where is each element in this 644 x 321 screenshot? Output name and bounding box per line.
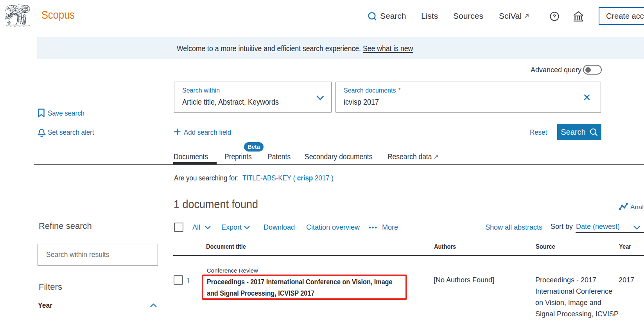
tab-preprints[interactable]: Preprints	[224, 152, 252, 161]
row-authors: [No Authors Found]	[434, 276, 494, 284]
welcome-banner-text: Welcome to a more intuitive and efficien…	[177, 44, 413, 53]
scopus-wordmark[interactable]: Scopus	[41, 9, 75, 21]
toggle-knob	[585, 67, 591, 73]
search-within-results-input[interactable]	[38, 244, 158, 266]
chevron-down-icon[interactable]	[316, 95, 324, 100]
results-count-heading: 1 document found	[174, 198, 258, 211]
search-suggestion: Are you searching for: TITLE-ABS-KEY ( c…	[174, 174, 334, 182]
search-button[interactable]: Search	[557, 124, 601, 140]
more-dots-icon: •••	[369, 224, 378, 231]
nav-sources[interactable]: Sources	[453, 12, 483, 20]
suggestion-prefix: Are you searching for:	[174, 174, 239, 182]
search-icon	[368, 12, 377, 21]
export-dropdown[interactable]: Export	[221, 223, 242, 232]
search-documents-value[interactable]: icvisp 2017	[344, 98, 379, 107]
save-search-link[interactable]: Save search	[48, 109, 84, 118]
row-year: 2017	[619, 276, 634, 284]
help-icon[interactable]: ?	[550, 12, 559, 21]
citation-overview-link[interactable]: Citation overview	[306, 223, 360, 232]
row-index: 1	[186, 276, 190, 285]
filters-heading: Filters	[39, 282, 62, 292]
suggestion-query-close: 2017 )	[315, 174, 334, 182]
tab-secondary-documents[interactable]: Secondary documents	[305, 152, 372, 161]
tab-research-data[interactable]: Research data	[387, 152, 438, 161]
external-link-icon	[524, 14, 529, 19]
create-account-button[interactable]: Create account	[599, 7, 644, 25]
advanced-query-toggle[interactable]	[583, 65, 602, 75]
bookmark-icon	[38, 109, 45, 118]
set-search-alert-link[interactable]: Set search alert	[48, 128, 94, 137]
external-link-icon	[434, 154, 438, 159]
year-filter-label: Year	[38, 301, 52, 310]
sort-by-label: Sort by	[551, 223, 573, 231]
suggestion-term: crisp	[297, 174, 313, 182]
refine-search-heading: Refine search	[39, 221, 92, 231]
chevron-down-icon[interactable]	[205, 226, 211, 229]
chevron-up-icon[interactable]	[150, 303, 157, 307]
clear-search-icon[interactable]	[584, 94, 590, 100]
svg-text:?: ?	[553, 13, 556, 20]
sort-value-dropdown[interactable]: Date (newest)	[576, 223, 620, 231]
search-documents-label-text: Search documents	[344, 87, 396, 94]
select-all-checkbox[interactable]	[174, 223, 183, 232]
institution-icon[interactable]	[574, 11, 583, 21]
chevron-down-icon[interactable]	[244, 226, 250, 229]
column-header-authors: Authors	[434, 243, 456, 250]
sort-underline	[576, 232, 644, 233]
table-header-divider	[173, 255, 644, 256]
search-button-icon	[590, 128, 598, 136]
annotation-highlight-box	[202, 275, 407, 300]
required-asterisk: *	[398, 87, 400, 94]
more-link[interactable]: More	[382, 223, 398, 232]
analyze-results-link[interactable]: Analyze results	[630, 203, 644, 211]
search-within-value: Article title, Abstract, Keywords	[182, 98, 279, 107]
analyze-results-icon	[619, 203, 628, 210]
nav-scival-label: SciVal	[499, 11, 522, 20]
tab-patents[interactable]: Patents	[267, 152, 291, 161]
plus-icon	[174, 128, 181, 135]
chevron-down-icon[interactable]	[633, 226, 640, 230]
tabs-divider	[34, 164, 644, 165]
document-type-label: Conference Review	[207, 267, 258, 274]
select-all-dropdown[interactable]: All	[192, 223, 200, 232]
suggestion-query-link[interactable]: TITLE-ABS-KEY ( crisp 2017 )	[240, 174, 334, 182]
tab-research-data-label: Research data	[387, 152, 432, 161]
bell-icon	[37, 128, 46, 137]
elsevier-tree-logo	[5, 4, 31, 27]
search-within-select[interactable]: Search within Article title, Abstract, K…	[174, 82, 332, 113]
row-checkbox[interactable]	[174, 275, 183, 285]
nav-search[interactable]: Search	[380, 12, 406, 20]
column-header-year: Year	[619, 243, 631, 250]
search-within-label: Search within	[182, 87, 220, 94]
welcome-message: Welcome to a more intuitive and efficien…	[177, 44, 361, 53]
reset-link[interactable]: Reset	[530, 128, 547, 137]
add-search-field-link[interactable]: Add search field	[184, 128, 231, 137]
search-documents-field[interactable]: Search documents* icvisp 2017	[335, 82, 601, 113]
row-source[interactable]: Proceedings - 2017 International Confere…	[535, 275, 619, 320]
suggestion-query-open: TITLE-ABS-KEY (	[242, 174, 295, 182]
tree-foliage	[6, 5, 29, 19]
nav-scival[interactable]: SciVal	[499, 12, 529, 20]
beta-badge: Beta	[244, 142, 264, 152]
search-button-label: Search	[561, 128, 585, 137]
search-documents-label: Search documents*	[344, 87, 401, 94]
see-what-is-new-link[interactable]: See what is new	[363, 44, 413, 53]
nav-lists[interactable]: Lists	[421, 12, 438, 20]
download-link[interactable]: Download	[264, 223, 295, 232]
column-header-document-title: Document title	[206, 243, 246, 250]
advanced-query-label: Advanced query	[531, 66, 581, 74]
tab-documents[interactable]: Documents	[174, 152, 208, 161]
show-all-abstracts-link[interactable]: Show all abstracts	[485, 223, 542, 232]
column-header-source: Source	[536, 243, 555, 250]
